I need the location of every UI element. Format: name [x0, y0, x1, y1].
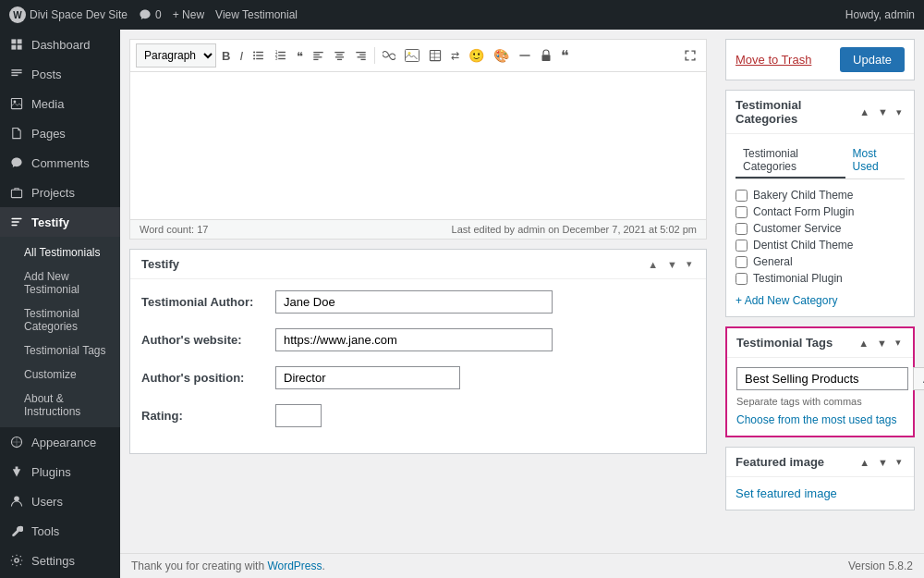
svg-rect-7 [11, 98, 21, 108]
cat-checkbox-contact[interactable] [736, 206, 748, 218]
sidebar-item-media[interactable]: Media [0, 89, 120, 118]
svg-point-38 [408, 52, 411, 55]
blockquote-button[interactable]: ❝ [293, 44, 307, 67]
svg-rect-28 [313, 58, 318, 59]
align-center-button[interactable] [330, 44, 349, 67]
site-name: Divi Space Dev Site [30, 8, 128, 21]
sidebar-item-projects[interactable]: Projects [0, 178, 120, 207]
add-category-link[interactable]: + Add New Category [736, 294, 905, 307]
cat-label-testimonial: Testimonial Plugin [753, 272, 843, 285]
testify-meta-box-title: Testify [141, 257, 179, 271]
sidebar-sub-all-testimonials[interactable]: All Testimonials [0, 240, 120, 264]
sidebar-item-users[interactable]: Users [0, 486, 120, 516]
choose-tags-link[interactable]: Choose from the most used tags [736, 413, 896, 426]
howdy-text: Howdy, admin [845, 8, 915, 21]
new-item[interactable]: + New [173, 8, 204, 21]
footer-text: Thank you for creating with WordPress. [131, 560, 325, 572]
sidebar-item-appearance[interactable]: Appearance [0, 427, 120, 457]
footer-wp-link[interactable]: WordPress [267, 560, 322, 572]
add-tag-button[interactable]: Add [913, 367, 924, 390]
bold-button[interactable]: B [218, 44, 234, 67]
sidebar-comments-label: Comments [31, 156, 90, 170]
cat-tab-used-label: Most Used [853, 147, 879, 173]
content-area: Paragraph B I 123 ❝ [120, 30, 924, 578]
emoji-button[interactable]: 🙂 [465, 44, 488, 67]
align-left-button[interactable] [309, 44, 328, 67]
testify-meta-box: Testify ▲ ▼ ▾ Testimonial Author: [129, 249, 707, 454]
sidebar-item-posts[interactable]: Posts [0, 59, 120, 89]
cat-label-general: General [753, 255, 793, 268]
cat-checkbox-general[interactable] [736, 256, 748, 268]
table-button[interactable] [425, 44, 445, 67]
sidebar-sub-customize[interactable]: Customize [0, 363, 120, 387]
sidebar-item-testify[interactable]: Testify [0, 207, 120, 237]
testify-icon [9, 215, 24, 229]
cat-checkbox-bakery[interactable] [736, 190, 748, 202]
website-input[interactable] [275, 328, 553, 351]
lock-button[interactable] [537, 44, 555, 67]
svg-rect-19 [278, 52, 286, 53]
sidebar-item-tools[interactable]: Tools [0, 516, 120, 546]
rating-input[interactable] [275, 404, 322, 427]
categories-collapse-button[interactable]: ▾ [894, 105, 905, 119]
wp-logo-item[interactable]: W Divi Space Dev Site [9, 6, 128, 23]
italic-button[interactable]: I [236, 44, 247, 67]
editor-content-area[interactable] [129, 72, 707, 220]
cat-tab-used[interactable]: Most Used [845, 143, 905, 178]
sidebar-item-dashboard[interactable]: Dashboard [0, 30, 120, 59]
link-button[interactable] [379, 44, 399, 67]
cat-label-dentist: Dentist Child Theme [753, 239, 854, 252]
featured-down-button[interactable]: ▼ [875, 455, 891, 469]
line-sep-button[interactable] [515, 44, 535, 67]
view-testimonial-item[interactable]: View Testimonial [215, 8, 298, 21]
align-right-button[interactable] [351, 44, 371, 67]
cat-checkbox-customer[interactable] [736, 223, 748, 235]
tag-input[interactable] [736, 367, 908, 390]
sidebar-tools-label: Tools [31, 524, 59, 538]
comments-item[interactable]: 0 [139, 8, 162, 21]
meta-box-up-button[interactable]: ▲ [645, 257, 661, 271]
sidebar-sub-about[interactable]: About & Instructions [0, 387, 120, 424]
right-sidebar: Move to Trash Update Testimonial Categor… [716, 30, 924, 553]
sidebar-sub-add-new[interactable]: Add New Testimonial [0, 264, 120, 301]
update-button[interactable]: Update [840, 47, 905, 72]
view-testimonial-label: View Testimonial [215, 8, 298, 21]
categories-up-button[interactable]: ▲ [857, 105, 872, 119]
tags-collapse-button[interactable]: ▾ [893, 336, 904, 350]
cat-checkbox-testimonial[interactable] [736, 273, 748, 285]
sidebar-sub-tags[interactable]: Testimonial Tags [0, 338, 120, 363]
move-to-trash-button[interactable]: Move to Trash [736, 53, 811, 67]
tags-down-button[interactable]: ▼ [874, 336, 890, 350]
sidebar-sub-categories[interactable]: Testimonial Categories [0, 301, 120, 338]
sidebar-item-plugins[interactable]: Plugins [0, 457, 120, 486]
meta-box-down-button[interactable]: ▼ [664, 257, 680, 271]
cat-tab-all[interactable]: Testimonial Categories [736, 143, 845, 178]
toolbar-sep-1 [374, 47, 375, 64]
sidebar-item-pages[interactable]: Pages [0, 118, 120, 148]
svg-rect-14 [256, 55, 263, 55]
ul-button[interactable] [249, 44, 269, 67]
set-featured-image-link[interactable]: Set featured image [736, 486, 837, 500]
appearance-icon [9, 435, 24, 449]
sidebar-item-comments[interactable]: Comments [0, 148, 120, 178]
featured-image-body: Set featured image [726, 477, 914, 510]
ol-button[interactable]: 123 [271, 44, 291, 67]
expand-button[interactable] [680, 44, 700, 67]
sidebar-item-settings[interactable]: Settings [0, 546, 120, 575]
author-input[interactable] [275, 290, 553, 314]
featured-up-button[interactable]: ▲ [857, 455, 872, 469]
svg-rect-21 [278, 58, 286, 59]
meta-box-collapse-button[interactable]: ▾ [684, 257, 695, 271]
special-char-button[interactable]: ⇄ [447, 44, 463, 67]
svg-rect-31 [335, 56, 344, 57]
position-input[interactable] [275, 366, 460, 389]
tags-up-button[interactable]: ▲ [856, 336, 871, 350]
cat-checkbox-dentist[interactable] [736, 240, 748, 252]
paragraph-select[interactable]: Paragraph [136, 43, 216, 68]
categories-down-button[interactable]: ▼ [875, 105, 891, 119]
color-button[interactable]: 🎨 [490, 44, 513, 67]
insert-image-button[interactable] [401, 44, 423, 67]
quote-button[interactable]: ❝ [557, 44, 573, 67]
featured-collapse-button[interactable]: ▾ [894, 455, 905, 469]
categories-panel-header: Testimonial Categories ▲ ▼ ▾ [726, 91, 914, 134]
